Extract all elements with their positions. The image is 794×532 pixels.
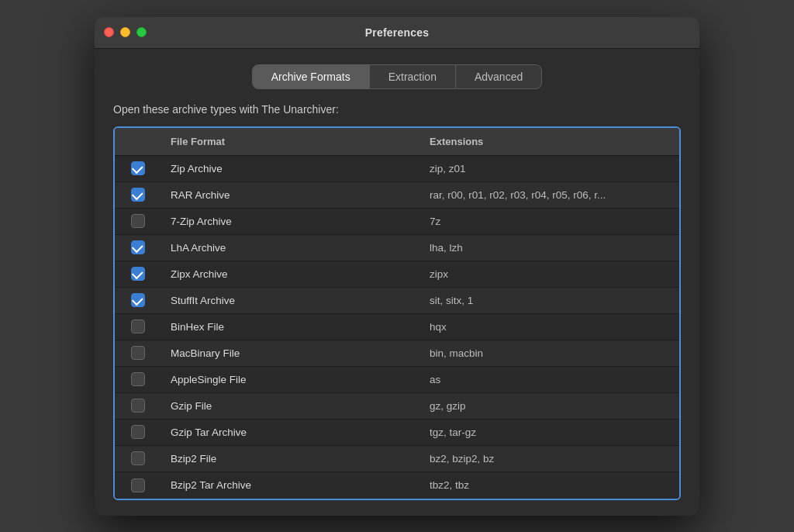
close-button[interactable] (104, 27, 114, 37)
format-extensions: bz2, bzip2, bz (420, 448, 679, 469)
checkbox-cell (115, 420, 161, 444)
format-extensions: zipx (420, 264, 679, 285)
format-name: Bzip2 File (161, 448, 420, 469)
format-extensions: tbz2, tbz (420, 475, 679, 496)
format-checkbox[interactable] (131, 188, 145, 202)
format-extensions: rar, r00, r01, r02, r03, r04, r05, r06, … (420, 185, 679, 206)
format-checkbox[interactable] (131, 267, 145, 281)
window-title: Preferences (365, 26, 429, 39)
table-body: Zip Archivezip, z01RAR Archiverar, r00, … (115, 156, 679, 499)
tab-archive-formats[interactable]: Archive Formats (253, 65, 370, 88)
format-extensions: zip, z01 (420, 158, 679, 179)
tab-advanced[interactable]: Advanced (456, 65, 541, 88)
format-extensions: tgz, tar-gz (420, 422, 679, 443)
checkbox-cell (115, 262, 161, 285)
format-name: BinHex File (161, 316, 420, 337)
content-area: Archive Formats Extraction Advanced Open… (95, 49, 699, 516)
checkbox-cell (115, 157, 161, 180)
table-row: Zip Archivezip, z01 (115, 156, 679, 182)
format-checkbox[interactable] (131, 451, 145, 465)
format-checkbox[interactable] (131, 293, 145, 307)
format-checkbox[interactable] (131, 240, 145, 254)
table-row: RAR Archiverar, r00, r01, r02, r03, r04,… (115, 182, 679, 209)
format-checkbox[interactable] (131, 214, 145, 228)
format-table: File Format Extensions Zip Archivezip, z… (113, 126, 681, 500)
minimize-button[interactable] (120, 27, 130, 37)
format-extensions: gz, gzip (420, 396, 679, 416)
format-name: LhA Archive (161, 237, 420, 258)
checkbox-cell (115, 209, 161, 233)
checkbox-cell (115, 341, 161, 364)
table-row: Gzip Filegz, gzip (115, 393, 679, 420)
format-name: Zip Archive (161, 158, 420, 179)
table-row: LhA Archivelha, lzh (115, 235, 679, 261)
title-bar: Preferences (95, 17, 699, 49)
checkbox-cell (115, 474, 161, 497)
format-name: 7-Zip Archive (161, 211, 420, 232)
format-extensions: lha, lzh (420, 237, 679, 258)
checkbox-cell (115, 236, 161, 259)
format-name: RAR Archive (161, 185, 420, 206)
col-header-format: File Format (161, 134, 420, 149)
table-row: StuffIt Archivesit, sitx, 1 (115, 288, 679, 314)
description-text: Open these archive types with The Unarch… (113, 103, 681, 116)
checkbox-cell (115, 183, 161, 206)
format-name: Zipx Archive (161, 264, 420, 285)
table-row: AppleSingle Fileas (115, 367, 679, 393)
format-name: AppleSingle File (161, 369, 420, 390)
table-row: Gzip Tar Archivetgz, tar-gz (115, 420, 679, 446)
maximize-button[interactable] (136, 27, 147, 37)
col-header-extensions: Extensions (420, 134, 679, 149)
checkbox-cell (115, 394, 161, 417)
checkbox-cell (115, 368, 161, 391)
format-checkbox[interactable] (131, 346, 145, 360)
table-row: 7-Zip Archive7z (115, 209, 679, 235)
format-checkbox[interactable] (131, 399, 145, 413)
tab-extraction[interactable]: Extraction (370, 65, 456, 88)
table-header: File Format Extensions (115, 128, 679, 156)
table-row: BinHex Filehqx (115, 314, 679, 340)
format-extensions: as (420, 369, 679, 390)
tab-bar: Archive Formats Extraction Advanced (113, 64, 681, 89)
format-checkbox[interactable] (131, 320, 145, 333)
table-row: Zipx Archivezipx (115, 261, 679, 288)
format-checkbox[interactable] (131, 425, 145, 439)
table-row: MacBinary Filebin, macbin (115, 340, 679, 367)
preferences-window: Preferences Archive Formats Extraction A… (95, 17, 699, 516)
table-row: Bzip2 Filebz2, bzip2, bz (115, 446, 679, 472)
format-checkbox[interactable] (131, 372, 145, 386)
traffic-lights (104, 27, 147, 37)
tab-group: Archive Formats Extraction Advanced (252, 64, 542, 89)
format-name: Bzip2 Tar Archive (161, 475, 420, 496)
format-name: StuffIt Archive (161, 290, 420, 311)
format-name: Gzip File (161, 396, 420, 416)
format-checkbox[interactable] (131, 161, 145, 175)
format-extensions: 7z (420, 211, 679, 232)
format-extensions: sit, sitx, 1 (420, 290, 679, 311)
table-row: Bzip2 Tar Archivetbz2, tbz (115, 472, 679, 499)
format-name: MacBinary File (161, 343, 420, 364)
format-extensions: hqx (420, 316, 679, 337)
format-checkbox[interactable] (131, 478, 145, 492)
checkbox-cell (115, 447, 161, 470)
format-name: Gzip Tar Archive (161, 422, 420, 443)
checkbox-cell (115, 288, 161, 312)
col-header-checkbox (115, 134, 161, 149)
checkbox-cell (115, 315, 161, 338)
format-extensions: bin, macbin (420, 343, 679, 364)
